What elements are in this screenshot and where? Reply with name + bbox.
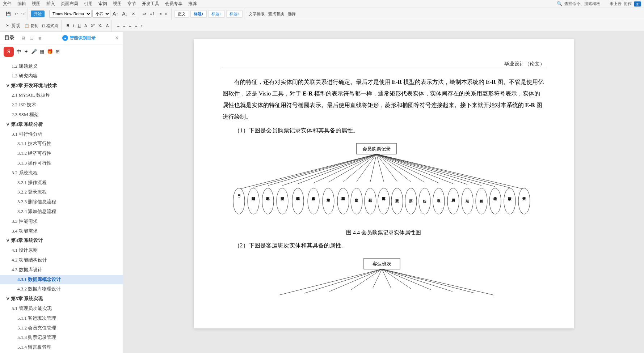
font-size-select[interactable]: 小四 bbox=[92, 10, 110, 18]
toc-item-514[interactable]: 5.1.4 留言板管理 bbox=[0, 343, 123, 352]
toc-item-ch3[interactable]: ∨ 第3章 系统分析 bbox=[0, 120, 123, 129]
underline-btn[interactable]: U bbox=[76, 23, 82, 29]
toolbar: 💾 ↩ ↪ 开始 Times New Roma 小四 A↑ A↓ ✕ ≡• ≡1… bbox=[0, 8, 644, 32]
svg-point-23 bbox=[233, 188, 245, 214]
toc-item-323[interactable]: 3.2.3 删除信息流程 bbox=[0, 197, 123, 207]
menu-recommend[interactable]: 推荐 bbox=[188, 1, 197, 7]
toc-item-512[interactable]: 5.1.2 会员充值管理 bbox=[0, 323, 123, 333]
sogou-emoji[interactable]: 🎁 bbox=[47, 49, 53, 55]
sogou-more[interactable]: ⊞ bbox=[56, 49, 60, 55]
toc-item-513[interactable]: 5.1.3 购票记录管理 bbox=[0, 333, 123, 343]
align-center-btn[interactable]: ≡ bbox=[122, 23, 127, 29]
toc-item-12[interactable]: 1.2 课题意义 bbox=[0, 61, 123, 71]
toc-item-321[interactable]: 3.2.1 操作流程 bbox=[0, 178, 123, 188]
tools-group: 文字排版 查找替换 选择 bbox=[246, 8, 299, 20]
collaborate-btn[interactable]: 协作 bbox=[624, 1, 632, 7]
menu-member[interactable]: 会员专享 bbox=[165, 1, 182, 7]
toc-item-42[interactable]: 4.2 功能结构设计 bbox=[0, 255, 123, 265]
sidebar-list-btn[interactable]: ☰ bbox=[29, 35, 35, 41]
menu-layout[interactable]: 页面布局 bbox=[61, 1, 78, 7]
menu-insert[interactable]: 插入 bbox=[46, 1, 55, 7]
style-heading1[interactable]: 标题1 bbox=[190, 10, 207, 18]
menu-devtools[interactable]: 开发工具 bbox=[142, 1, 159, 7]
sogou-voice[interactable]: 🎤 bbox=[31, 49, 37, 55]
toc-item-322[interactable]: 3.2.2 登录流程 bbox=[0, 187, 123, 197]
sidebar-checkbox-btn[interactable]: ☑ bbox=[20, 35, 26, 41]
sidebar-close-btn[interactable]: × bbox=[115, 35, 118, 41]
undo-btn[interactable]: ↩ bbox=[13, 11, 19, 17]
toc-item-33[interactable]: 3.3 性能需求 bbox=[0, 217, 123, 226]
text-format-btn[interactable]: 文字排版 bbox=[247, 10, 266, 17]
style-heading2[interactable]: 标题2 bbox=[208, 10, 225, 18]
doc-page: 毕业设计（论文） 有的特征，还有对实体间的关联关系进行确定。最后才是使用 E-R… bbox=[194, 39, 574, 328]
align-left-btn[interactable]: ≡ bbox=[115, 23, 121, 29]
list-number-btn[interactable]: ≡1 bbox=[148, 11, 156, 17]
bold-btn[interactable]: B bbox=[65, 23, 71, 29]
sogou-logo: S bbox=[4, 47, 14, 57]
sogou-grid[interactable]: ▦ bbox=[40, 49, 44, 55]
toc-item-432[interactable]: 4.3.2 数据库物理设计 bbox=[0, 284, 123, 294]
style-normal[interactable]: 正文 bbox=[174, 10, 189, 18]
svg-text:客运班次: 客运班次 bbox=[372, 261, 391, 267]
font-name-select[interactable]: Times New Roma bbox=[49, 10, 92, 18]
start-btn[interactable]: 开始 bbox=[31, 10, 45, 17]
outdent-btn[interactable]: ⇤ bbox=[164, 11, 170, 17]
toc-item-51[interactable]: 5.1 管理员功能实现 bbox=[0, 304, 123, 314]
sidebar-grid-btn[interactable]: ⊞ bbox=[37, 35, 43, 41]
toc-item-41[interactable]: 4.1 设计原则 bbox=[0, 246, 123, 255]
toc-item-431[interactable]: 4.3.1 数据库概念设计 bbox=[0, 275, 123, 285]
svg-line-4 bbox=[268, 154, 376, 186]
sogou-zh[interactable]: 中 bbox=[17, 48, 21, 55]
line-spacing-btn[interactable]: ↕ bbox=[139, 23, 144, 29]
toc-item-43[interactable]: 4.3 数据库设计 bbox=[0, 265, 123, 275]
menu-view2[interactable]: 视图 bbox=[113, 1, 122, 7]
style-heading3[interactable]: 标题3 bbox=[226, 10, 243, 18]
toc-item-34[interactable]: 3.4 功能需求 bbox=[0, 226, 123, 236]
sogou-en[interactable]: ✦ bbox=[24, 49, 28, 55]
toc-item-13[interactable]: 1.3 研究内容 bbox=[0, 71, 123, 81]
toc-item-31[interactable]: 3.1 可行性分析 bbox=[0, 129, 123, 139]
menu-edit[interactable]: 编辑 bbox=[17, 1, 26, 7]
select-btn[interactable]: 选择 bbox=[286, 10, 297, 17]
menu-reference[interactable]: 引用 bbox=[84, 1, 93, 7]
toolbar-row1: 💾 ↩ ↪ 开始 Times New Roma 小四 A↑ A↓ ✕ ≡• ≡1… bbox=[0, 8, 644, 20]
toc-item-22[interactable]: 2.2 JSP 技术 bbox=[0, 100, 123, 110]
menu-chapter[interactable]: 章节 bbox=[127, 1, 136, 7]
italic-btn[interactable]: I bbox=[72, 23, 76, 29]
toc-item-312[interactable]: 3.1.2 经济可行性 bbox=[0, 149, 123, 158]
ai-badge[interactable]: ● 智能识别目录 bbox=[62, 35, 96, 41]
toc-item-313[interactable]: 3.1.3 操作可行性 bbox=[0, 158, 123, 168]
align-right-btn[interactable]: ≡ bbox=[127, 23, 132, 29]
toc-item-ch2[interactable]: ∨ 第2章 开发环境与技术 bbox=[0, 81, 123, 91]
toc-item-ch5[interactable]: ∨ 第5章 系统实现 bbox=[0, 294, 123, 304]
redo-btn[interactable]: ↪ bbox=[20, 11, 26, 17]
menu-review[interactable]: 审阅 bbox=[98, 1, 107, 7]
paste-format-btn[interactable]: ⊟ 格式刷 bbox=[41, 22, 60, 29]
search-cmd[interactable]: 查找命令、搜索模板 bbox=[564, 1, 600, 7]
find-replace-btn[interactable]: 查找替换 bbox=[267, 10, 286, 17]
doc-area[interactable]: 毕业设计（论文） 有的特征，还有对实体间的关联关系进行确定。最后才是使用 E-R… bbox=[123, 32, 644, 353]
toc-item-32[interactable]: 3.2 系统流程 bbox=[0, 168, 123, 178]
superscript-btn[interactable]: X² bbox=[89, 23, 96, 29]
copy-btn[interactable]: 📋 复制 bbox=[23, 22, 40, 29]
toc-item-511[interactable]: 5.1.1 客运班次管理 bbox=[0, 314, 123, 323]
align-justify-btn[interactable]: ≡ bbox=[134, 23, 139, 29]
list-bullet-btn[interactable]: ≡• bbox=[141, 11, 148, 17]
svg-line-70 bbox=[351, 269, 382, 290]
toc-item-23[interactable]: 2.3 SSM 框架 bbox=[0, 110, 123, 120]
toc-item-21[interactable]: 2.1 MYSQL 数据库 bbox=[0, 90, 123, 100]
menu-view[interactable]: 视图 bbox=[32, 1, 41, 7]
toc-item-311[interactable]: 3.1.1 技术可行性 bbox=[0, 139, 123, 149]
toc-item-ch4[interactable]: ∨ 第4章 系统设计 bbox=[0, 236, 123, 246]
font-color-a-btn[interactable]: A bbox=[105, 23, 110, 29]
toc-item-324[interactable]: 3.2.4 添加信息流程 bbox=[0, 207, 123, 217]
font-grow-btn[interactable]: A↑ bbox=[111, 10, 120, 17]
menu-file[interactable]: 文件 bbox=[3, 1, 12, 7]
strikethrough-btn[interactable]: A̶ bbox=[83, 23, 89, 29]
font-shrink-btn[interactable]: A↓ bbox=[121, 10, 129, 17]
indent-btn[interactable]: ⇥ bbox=[157, 11, 163, 17]
clear-format-btn[interactable]: ✕ bbox=[130, 11, 136, 17]
save-btn[interactable]: 💾 bbox=[4, 11, 12, 17]
cut-btn[interactable]: ✂ 剪切 bbox=[4, 22, 22, 30]
subscript-btn[interactable]: X₂ bbox=[97, 23, 104, 29]
